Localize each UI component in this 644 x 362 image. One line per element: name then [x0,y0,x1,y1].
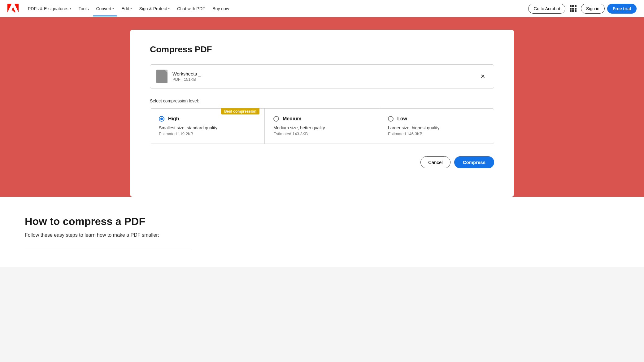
compression-option-high[interactable]: Best compression High Smallest size, sta… [150,109,265,144]
chevron-down-icon: ▾ [130,7,132,10]
option-desc-medium: Medium size, better quality [273,125,370,130]
compression-label: Select compression level: [150,98,494,103]
option-desc-low: Larger size, highest quality [388,125,485,130]
radio-high[interactable] [159,116,164,122]
option-size-low: Estimated 146.3KB [388,131,485,136]
nav-right-actions: Go to Acrobat Sign in Free trial [528,3,637,14]
sign-in-button[interactable]: Sign in [581,4,605,14]
chevron-down-icon: ▾ [70,7,71,10]
compression-options: Best compression High Smallest size, sta… [150,108,494,144]
action-row: Cancel Compress [150,156,494,168]
free-trial-button[interactable]: Free trial [607,4,637,14]
file-close-button[interactable]: ✕ [478,72,488,81]
page-title: Compress PDF [150,45,494,54]
hero-background: Compress PDF Worksheets _ PDF · 151KB ✕ … [0,17,644,197]
option-name-medium: Medium [283,116,301,122]
adobe-logo[interactable] [7,4,19,14]
file-info: Worksheets _ PDF · 151KB [172,71,478,82]
compression-option-medium[interactable]: Medium Medium size, better quality Estim… [265,109,379,144]
nav-convert[interactable]: Convert ▾ [93,4,117,14]
file-row: Worksheets _ PDF · 151KB ✕ [150,64,494,88]
section-divider [25,248,192,248]
compression-option-low[interactable]: Low Larger size, highest quality Estimat… [379,109,494,144]
radio-medium[interactable] [273,116,279,122]
option-desc-high: Smallest size, standard quality [159,125,256,130]
option-header-high: High [159,116,256,122]
chevron-down-icon: ▾ [112,7,114,10]
option-name-high: High [168,116,179,122]
chevron-down-icon: ▾ [168,7,170,10]
cancel-button[interactable]: Cancel [420,156,450,168]
option-name-low: Low [397,116,407,122]
main-card: Compress PDF Worksheets _ PDF · 151KB ✕ … [130,30,514,197]
compress-button[interactable]: Compress [454,156,494,168]
how-to-section: How to compress a PDF Follow these easy … [0,197,644,267]
option-size-high: Estimated 119.2KB [159,131,256,136]
best-compression-badge: Best compression [221,108,259,114]
option-size-medium: Estimated 143.3KB [273,131,370,136]
option-header-medium: Medium [273,116,370,122]
apps-grid-icon[interactable] [568,3,578,14]
nav-buy-now[interactable]: Buy now [209,4,232,14]
file-name: Worksheets _ [172,71,478,76]
how-to-subtitle: Follow these easy steps to learn how to … [25,232,619,238]
radio-low[interactable] [388,116,394,122]
nav-chat-pdf[interactable]: Chat with PDF [174,4,208,14]
go-to-acrobat-button[interactable]: Go to Acrobat [528,4,565,14]
nav-pdfs-esignatures[interactable]: PDFs & E-signatures ▾ [25,4,74,14]
file-icon [156,70,168,83]
navbar: PDFs & E-signatures ▾ Tools Convert ▾ Ed… [0,0,644,17]
how-to-title: How to compress a PDF [25,215,619,227]
nav-edit[interactable]: Edit ▾ [118,4,135,14]
nav-tools[interactable]: Tools [76,4,92,14]
option-header-low: Low [388,116,485,122]
file-meta: PDF · 151KB [172,77,478,82]
nav-sign-protect[interactable]: Sign & Protect ▾ [136,4,173,14]
